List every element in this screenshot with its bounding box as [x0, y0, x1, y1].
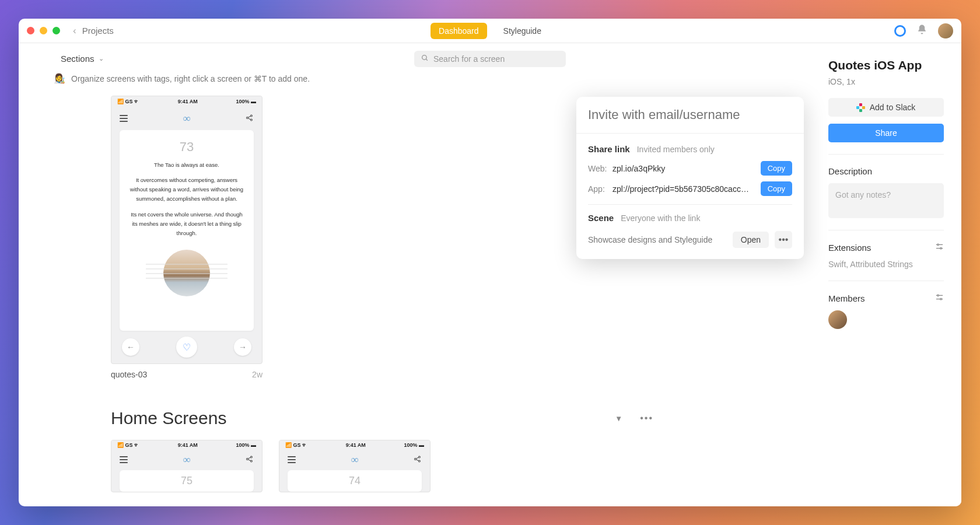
quote-number: 73	[128, 139, 246, 155]
quote-card: 74	[288, 470, 422, 492]
app-window: ‹ Projects Dashboard Styleguide Sections…	[19, 19, 961, 506]
members-heading: Members	[828, 293, 865, 303]
share-body: Share link Invited members only Web: zpl…	[576, 134, 804, 259]
caret-down-icon[interactable]: ▼	[615, 414, 622, 423]
phone-bottombar: ← ♡ →	[111, 331, 262, 363]
copy-app-button[interactable]: Copy	[761, 181, 792, 196]
sharelink-header: Share link Invited members only	[588, 144, 792, 154]
svg-line-1	[426, 59, 428, 61]
phone-navbar: ∞	[111, 450, 262, 470]
svg-line-11	[248, 459, 251, 460]
quote-number: 74	[292, 475, 417, 487]
extensions-section: Extensions Swift, Attributed Strings	[828, 230, 944, 269]
showcase-text: Showcase designs and Styleguide	[588, 235, 727, 244]
quote-text: The Tao is always at ease. It overcomes …	[128, 160, 246, 244]
chevron-down-icon: ⌄	[99, 55, 104, 62]
arrow-left-icon: ←	[122, 338, 139, 356]
status-time: 9:41 AM	[178, 99, 198, 104]
showcase-row: Showcase designs and Styleguide Open •••	[588, 231, 792, 249]
share-icon	[414, 455, 422, 465]
status-time: 9:41 AM	[178, 442, 198, 448]
svg-point-20	[940, 247, 942, 249]
phone-frame: 📶 GS ᯤ 9:41 AM 100% ▬ ∞ 74	[279, 440, 430, 492]
status-time: 9:41 AM	[346, 442, 366, 448]
svg-line-6	[248, 118, 251, 119]
svg-line-10	[248, 457, 251, 459]
screen-card[interactable]: 📶 GS ᯤ 9:41 AM 100% ▬ ∞ 74	[279, 440, 430, 492]
divider	[588, 204, 792, 205]
app-url[interactable]: zpl://project?pid=5b567305c80cacc…	[612, 184, 755, 194]
section-title: Home Screens	[111, 408, 226, 428]
share-button[interactable]: Share	[828, 124, 944, 142]
app-logo-icon: ∞	[351, 454, 359, 466]
minimize-dot[interactable]	[40, 27, 47, 34]
share-label: Share	[875, 128, 897, 138]
phone-statusbar: 📶 GS ᯤ 9:41 AM 100% ▬	[111, 96, 262, 107]
invite-input[interactable]	[588, 107, 792, 123]
add-to-slack-button[interactable]: Add to Slack	[828, 98, 944, 117]
hint-text: Organize screens with tags, right click …	[71, 74, 310, 83]
screen-card[interactable]: 📶 GS ᯤ 9:41 AM 100% ▬ ∞ 75	[111, 440, 262, 492]
copy-web-button[interactable]: Copy	[761, 161, 792, 176]
zoom-dot[interactable]	[52, 27, 60, 34]
sharelink-label: Share link	[588, 144, 630, 154]
search-icon	[421, 54, 429, 64]
hint-banner: 👩‍🎨 Organize screens with tags, right cl…	[19, 69, 961, 96]
avatar[interactable]	[938, 23, 953, 38]
chevron-left-icon: ‹	[73, 25, 76, 37]
slack-label: Add to Slack	[870, 103, 916, 112]
open-button[interactable]: Open	[733, 232, 769, 248]
sliders-icon[interactable]	[935, 293, 944, 303]
dots-icon: •••	[779, 235, 789, 245]
phone-frame: 📶 GS ᯤ 9:41 AM 100% ▬ ∞ 75	[111, 440, 262, 492]
carrier-icon: 📶 GS ᯤ	[117, 99, 139, 104]
activity-ring-icon[interactable]	[894, 25, 906, 37]
screen-name: quotes-03	[111, 370, 147, 379]
bell-icon[interactable]	[916, 24, 928, 38]
artist-icon: 👩‍🎨	[54, 73, 65, 84]
search-input[interactable]: Search for a screen	[414, 51, 566, 67]
hamburger-icon	[120, 115, 128, 122]
toolbar: Sections ⌄ Search for a screen	[19, 43, 961, 69]
description-input[interactable]: Got any notes?	[828, 183, 944, 218]
sliders-icon[interactable]	[935, 242, 944, 253]
quote-card: 75	[120, 470, 254, 492]
phone-statusbar: 📶 GS ᯤ 9:41 AM 100% ▬	[279, 440, 430, 450]
more-icon[interactable]: •••	[640, 413, 653, 424]
phone-frame: 📶 GS ᯤ 9:41 AM 100% ▬ ∞ 73	[111, 96, 262, 364]
search-placeholder: Search for a screen	[433, 54, 505, 64]
carrier-icon: 📶 GS ᯤ	[117, 442, 139, 448]
back-button[interactable]: ‹ Projects	[73, 25, 114, 37]
quote-number: 75	[124, 475, 249, 487]
hamburger-icon	[288, 456, 296, 463]
svg-line-5	[248, 116, 251, 117]
phone-statusbar: 📶 GS ᯤ 9:41 AM 100% ▬	[111, 440, 262, 450]
web-label: Web:	[588, 164, 612, 173]
share-popover: Share link Invited members only Web: zpl…	[576, 97, 804, 259]
scene-sub: Everyone with the link	[621, 214, 700, 223]
sections-label: Sections	[61, 54, 94, 64]
screen-card[interactable]: 📶 GS ᯤ 9:41 AM 100% ▬ ∞ 73	[111, 96, 262, 379]
app-link-row: App: zpl://project?pid=5b567305c80cacc… …	[588, 181, 792, 196]
sections-dropdown[interactable]: Sections ⌄	[61, 54, 104, 64]
member-avatar[interactable]	[828, 310, 847, 329]
svg-point-19	[937, 244, 939, 246]
card-footer: quotes-03 2w	[111, 364, 262, 379]
tab-dashboard[interactable]: Dashboard	[430, 23, 487, 39]
back-label: Projects	[82, 26, 114, 36]
close-dot[interactable]	[27, 27, 34, 34]
main-canvas: Sections ⌄ Search for a screen 👩‍🎨 Organ…	[19, 43, 961, 506]
battery-icon: 100% ▬	[404, 442, 424, 448]
arrow-right-icon: →	[234, 338, 251, 356]
svg-point-23	[937, 295, 939, 296]
tab-styleguide[interactable]: Styleguide	[495, 23, 550, 39]
screen-time: 2w	[252, 370, 262, 379]
battery-icon: 100% ▬	[236, 442, 256, 448]
hamburger-icon	[120, 456, 128, 463]
members-section: Members	[828, 281, 944, 329]
top-tabs: Dashboard Styleguide	[430, 23, 550, 39]
more-button[interactable]: •••	[775, 231, 792, 249]
titlebar-actions	[894, 23, 953, 38]
web-url[interactable]: zpl.io/a3qPkky	[612, 164, 755, 173]
share-icon	[246, 114, 254, 124]
